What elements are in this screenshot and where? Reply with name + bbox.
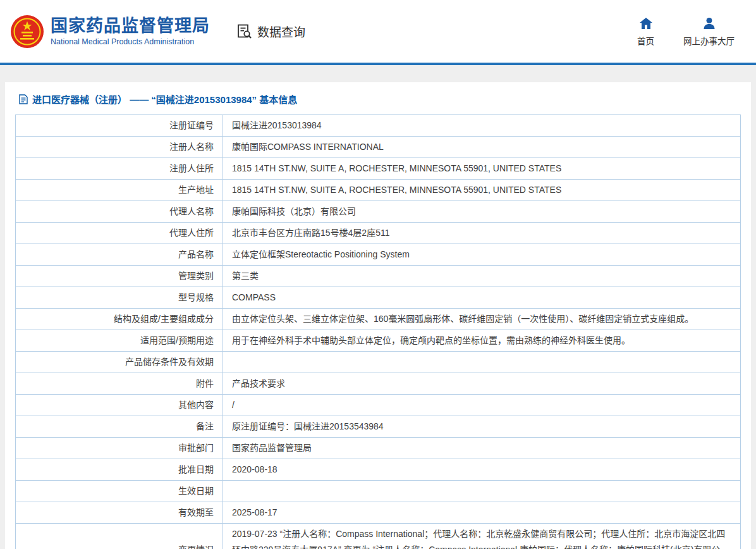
- table-row: 注册人住所1815 14TH ST.NW, SUITE A, ROCHESTER…: [16, 158, 741, 180]
- nav-service-hall-label: 网上办事大厅: [683, 34, 735, 47]
- nav-home[interactable]: 首页: [637, 16, 654, 47]
- table-row: 注册人名称康帕国际COMPASS INTERNATIONAL: [16, 137, 741, 158]
- nav-service-hall[interactable]: 网上办事大厅: [683, 16, 735, 47]
- table-row: 备注原注册证编号：国械注进20153543984: [16, 416, 741, 438]
- content-panel: 进口医疗器械（注册） —— “国械注进20153013984” 基本信息 注册证…: [5, 82, 751, 549]
- agency-logo: 国家药品监督管理局 National Medical Products Admi…: [10, 15, 210, 49]
- table-row: 管理类别第三类: [16, 266, 741, 287]
- row-value: 用于在神经外科手术中辅助头部立体定位，确定颅内靶点的坐标位置，需由熟练的神经外科…: [223, 330, 741, 352]
- home-icon: [638, 16, 654, 31]
- row-label: 注册证编号: [16, 115, 223, 137]
- row-label: 生产地址: [16, 180, 223, 201]
- row-value: 2019-07-23 “注册人名称：Compass International；…: [223, 524, 741, 549]
- row-label: 产品储存条件及有效期: [16, 352, 223, 373]
- row-value: 国械注进20153013984: [223, 115, 741, 137]
- page-title-text: 进口医疗器械（注册） —— “国械注进20153013984” 基本信息: [32, 92, 297, 106]
- table-row: 变更情况2019-07-23 “注册人名称：Compass Internatio…: [16, 524, 741, 549]
- registration-info-table: 注册证编号国械注进20153013984注册人名称康帕国际COMPASS INT…: [15, 114, 741, 549]
- info-table-body: 注册证编号国械注进20153013984注册人名称康帕国际COMPASS INT…: [16, 115, 741, 549]
- row-label: 产品名称: [16, 244, 223, 266]
- data-query-tab[interactable]: 数据查询: [236, 23, 305, 40]
- row-value: 立体定位框架Stereotactic Positioning System: [223, 244, 741, 266]
- row-value: 1815 14TH ST.NW, SUITE A, ROCHESTER, MIN…: [223, 180, 741, 201]
- table-row: 生效日期: [16, 481, 741, 502]
- row-value: 康帕国际COMPASS INTERNATIONAL: [223, 137, 741, 158]
- row-value: 国家药品监督管理局: [223, 438, 741, 459]
- table-row: 批准日期2020-08-18: [16, 459, 741, 481]
- nav-home-label: 首页: [637, 34, 654, 47]
- table-row: 产品名称立体定位框架Stereotactic Positioning Syste…: [16, 244, 741, 266]
- site-header: 国家药品监督管理局 National Medical Products Admi…: [0, 0, 756, 63]
- table-row: 附件产品技术要求: [16, 373, 741, 395]
- table-row: 注册证编号国械注进20153013984: [16, 115, 741, 137]
- data-query-label: 数据查询: [257, 23, 305, 40]
- row-label: 批准日期: [16, 459, 223, 481]
- row-label: 变更情况: [16, 524, 223, 549]
- row-label: 代理人名称: [16, 201, 223, 223]
- main-content: 进口医疗器械（注册） —— “国械注进20153013984” 基本信息 注册证…: [0, 65, 756, 549]
- row-value: 北京市丰台区方庄南路15号楼4层2座511: [223, 223, 741, 244]
- table-row: 代理人住所北京市丰台区方庄南路15号楼4层2座511: [16, 223, 741, 244]
- row-value: 产品技术要求: [223, 373, 741, 395]
- row-value: 1815 14TH ST.NW, SUITE A, ROCHESTER, MIN…: [223, 158, 741, 180]
- table-row: 代理人名称康帕国际科技（北京）有限公司: [16, 201, 741, 223]
- page-title: 进口医疗器械（注册） —— “国械注进20153013984” 基本信息: [15, 90, 741, 114]
- row-value: 由立体定位头架、三维立体定位架、160毫米圆弧扇形体、碳纤维固定销（一次性使用）…: [223, 309, 741, 330]
- row-label: 附件: [16, 373, 223, 395]
- row-value: [223, 352, 741, 373]
- agency-name-en: National Medical Products Administration: [51, 37, 210, 46]
- row-value: /: [223, 395, 741, 416]
- table-row: 产品储存条件及有效期: [16, 352, 741, 373]
- table-row: 其他内容/: [16, 395, 741, 416]
- row-label: 结构及组成/主要组成成分: [16, 309, 223, 330]
- row-label: 型号规格: [16, 287, 223, 309]
- row-value: 原注册证编号：国械注进20153543984: [223, 416, 741, 438]
- row-value: 第三类: [223, 266, 741, 287]
- table-row: 有效期至2025-08-17: [16, 502, 741, 524]
- table-row: 生产地址1815 14TH ST.NW, SUITE A, ROCHESTER,…: [16, 180, 741, 201]
- table-row: 型号规格COMPASS: [16, 287, 741, 309]
- row-label: 代理人住所: [16, 223, 223, 244]
- row-label: 管理类别: [16, 266, 223, 287]
- table-row: 适用范围/预期用途用于在神经外科手术中辅助头部立体定位，确定颅内靶点的坐标位置，…: [16, 330, 741, 352]
- row-value: 康帕国际科技（北京）有限公司: [223, 201, 741, 223]
- person-icon: [702, 16, 717, 31]
- agency-name-cn: 国家药品监督管理局: [51, 16, 210, 36]
- row-label: 注册人住所: [16, 158, 223, 180]
- row-label: 注册人名称: [16, 137, 223, 158]
- row-value: COMPASS: [223, 287, 741, 309]
- table-row: 审批部门国家药品监督管理局: [16, 438, 741, 459]
- row-label: 生效日期: [16, 481, 223, 502]
- table-row: 结构及组成/主要组成成分由立体定位头架、三维立体定位架、160毫米圆弧扇形体、碳…: [16, 309, 741, 330]
- row-label: 适用范围/预期用途: [16, 330, 223, 352]
- row-value: 2025-08-17: [223, 502, 741, 524]
- nmpa-emblem-icon: [10, 15, 44, 49]
- row-label: 备注: [16, 416, 223, 438]
- row-label: 其他内容: [16, 395, 223, 416]
- row-label: 有效期至: [16, 502, 223, 524]
- row-value: 2020-08-18: [223, 459, 741, 481]
- doc-search-icon: [236, 23, 253, 40]
- document-icon: [19, 94, 28, 104]
- row-label: 审批部门: [16, 438, 223, 459]
- row-value: [223, 481, 741, 502]
- top-nav: 首页 网上办事大厅: [637, 16, 735, 47]
